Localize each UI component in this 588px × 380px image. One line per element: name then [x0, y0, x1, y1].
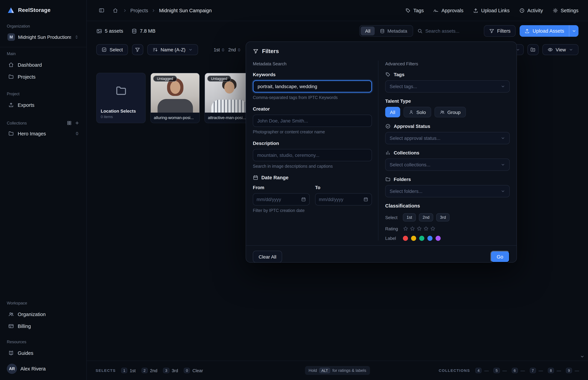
label-purple-dot[interactable] — [436, 236, 441, 241]
sidebar-item-guides[interactable]: Guides — [5, 347, 81, 359]
label-row-label: Label — [385, 236, 403, 241]
metadata-search-section-label: Metadata Search — [253, 61, 372, 66]
new-folder-button[interactable] — [528, 44, 539, 55]
creator-input[interactable] — [253, 115, 372, 127]
key-badge: 0 — [184, 368, 190, 373]
breadcrumb-home[interactable] — [111, 5, 119, 16]
sort-button[interactable]: Name (A-Z) — [147, 44, 198, 55]
date-to-input[interactable]: mm/dd/yyyy — [315, 193, 372, 206]
classification-3rd-button[interactable]: 3rd — [436, 213, 450, 222]
sidebar-item-exports[interactable]: Exports — [5, 99, 81, 111]
color-labels — [403, 236, 441, 241]
rank-2nd-counter: 2nd 0 — [228, 47, 240, 52]
to-label: To — [315, 185, 372, 190]
key-badge: 7 — [530, 368, 536, 373]
star-icon[interactable] — [410, 226, 415, 231]
filters-button[interactable]: Filters — [484, 25, 516, 37]
folder-card-location-selects[interactable]: Location Selects 0 items — [96, 73, 146, 123]
star-icon[interactable] — [430, 226, 436, 231]
nav-upload-links[interactable]: Upload Links — [473, 8, 510, 13]
label-yellow-dot[interactable] — [411, 236, 416, 241]
keywords-input[interactable] — [253, 80, 372, 93]
dash: — — [575, 368, 579, 373]
workspace-section-label: Workspace — [7, 301, 80, 305]
nav-label: Approvals — [441, 8, 463, 13]
key-badge: 4 — [475, 368, 482, 373]
talent-type-segmented: All Solo Group — [385, 107, 510, 117]
talent-group-button[interactable]: Group — [434, 107, 466, 117]
sidebar-toggle-button[interactable] — [96, 5, 107, 16]
collections-section-label: Collections — [7, 121, 64, 125]
collections-select-value: Select collections... — [390, 162, 430, 167]
star-icon[interactable] — [423, 226, 429, 231]
nav-activity[interactable]: Activity — [519, 8, 543, 13]
label-red-dot[interactable] — [403, 236, 408, 241]
classification-2nd-button[interactable]: 2nd — [419, 213, 433, 222]
sidebar-item-hero-images[interactable]: Hero Images 0 — [5, 128, 81, 139]
talent-solo-button[interactable]: Solo — [403, 107, 431, 117]
collections-legend-label: COLLECTIONS — [439, 368, 470, 373]
date-placeholder: mm/dd/yyyy — [319, 197, 343, 202]
scroll-down-icon[interactable] — [580, 354, 585, 359]
star-icon[interactable] — [403, 226, 408, 231]
add-collection-icon[interactable] — [75, 120, 80, 126]
sidebar-item-projects[interactable]: Projects — [5, 71, 81, 83]
sidebar-item-billing[interactable]: Billing — [5, 320, 81, 332]
chevron-down-icon — [501, 162, 505, 167]
classification-1st-button[interactable]: 1st — [403, 213, 416, 222]
org-switcher[interactable]: M Midnight Sun Productions — [5, 31, 81, 43]
nav-label: Settings — [561, 8, 578, 13]
upload-assets-menu-button[interactable] — [569, 25, 578, 37]
upload-assets-button[interactable]: Upload Assets — [520, 25, 569, 37]
key-badge: 6 — [512, 368, 518, 373]
talent-all-button[interactable]: All — [385, 107, 400, 117]
dash: — — [557, 368, 561, 373]
asset-count-label: 5 assets — [105, 28, 123, 34]
go-button[interactable]: Go — [490, 251, 510, 263]
sidebar-item-organization[interactable]: Organization — [5, 308, 81, 320]
folders-select-value: Select folders... — [390, 189, 422, 194]
view-button[interactable]: View — [542, 44, 578, 55]
collections-label: Collections — [394, 150, 419, 155]
hint-suffix: for ratings & labels — [332, 368, 366, 373]
description-input[interactable] — [253, 149, 372, 161]
user-menu[interactable]: AR Alex Rivera — [5, 359, 81, 380]
asset-card[interactable]: Untagged alluring-woman-posi... — [151, 73, 200, 123]
label-blue-dot[interactable] — [427, 236, 433, 241]
collections-select[interactable]: Select collections... — [385, 158, 510, 171]
sidebar-item-dashboard[interactable]: Dashboard — [5, 59, 81, 71]
tags-select[interactable]: Select tags... — [385, 80, 510, 93]
calendar-icon — [253, 175, 258, 180]
search-scope-segmented: All Metadata — [359, 25, 413, 37]
nav-tags[interactable]: Tags — [405, 8, 424, 13]
key-label: 2nd — [150, 368, 157, 373]
label-green-dot[interactable] — [419, 236, 424, 241]
filters-button-label: Filters — [497, 28, 511, 34]
user-icon — [409, 110, 414, 115]
scope-metadata[interactable]: Metadata — [376, 27, 412, 35]
classifications-label: Classifications — [385, 203, 510, 209]
search-input[interactable] — [425, 28, 480, 34]
search-icon — [417, 28, 423, 34]
approval-status-select[interactable]: Select approval status... — [385, 132, 510, 144]
keywords-label: Keywords — [253, 72, 372, 77]
talent-type-label: Talent Type — [385, 98, 411, 104]
nav-approvals[interactable]: Approvals — [433, 8, 463, 13]
breadcrumb-parent[interactable]: Projects — [130, 8, 148, 13]
folders-select[interactable]: Select folders... — [385, 185, 510, 197]
chevron-down-icon — [569, 47, 573, 52]
images-icon — [96, 28, 102, 34]
tag-icon — [385, 72, 391, 77]
folder-icon — [8, 131, 14, 136]
clear-all-button[interactable]: Clear All — [253, 251, 282, 263]
keywords-help: Comma-separated tags from IPTC Keywords — [253, 95, 372, 100]
check-circle-icon — [385, 123, 391, 129]
quick-filter-button[interactable] — [132, 44, 143, 55]
folders-label: Folders — [394, 177, 411, 182]
date-from-input[interactable]: mm/dd/yyyy — [253, 193, 310, 206]
star-icon[interactable] — [417, 226, 422, 231]
select-mode-button[interactable]: Select — [96, 44, 128, 55]
grid-view-icon[interactable] — [67, 120, 72, 126]
nav-settings[interactable]: Settings — [552, 8, 578, 13]
scope-all[interactable]: All — [361, 27, 375, 35]
